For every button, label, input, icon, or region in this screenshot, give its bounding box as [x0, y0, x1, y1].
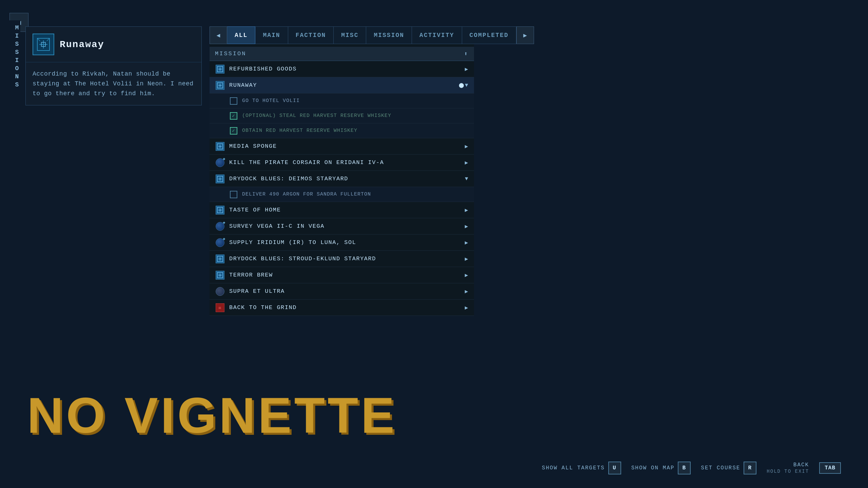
- cursor-indicator: ⬤: [459, 82, 465, 88]
- mission-icon-supra-et-ultra: [215, 286, 225, 297]
- mission-icon-terror-brew: [215, 270, 225, 280]
- mission-icon-refurbished-goods: [215, 64, 225, 74]
- mission-icon-drydock-deimos: [215, 174, 225, 184]
- mission-detail-icon: [33, 34, 54, 55]
- section-header-label: MISSION: [215, 50, 246, 57]
- show-on-map-key[interactable]: B: [678, 462, 691, 474]
- mission-label-supply-iridium: SUPPLY IRIDIUM (IR) TO LUNA, SOL: [229, 239, 465, 246]
- mission-row-kill-pirate[interactable]: + KILL THE PIRATE CORSAIR ON ERIDANI IV-…: [210, 155, 474, 171]
- mission-detail-header: Runaway: [26, 27, 201, 62]
- subtask-label-go-to-hotel: GO TO HOTEL VOLII: [242, 98, 300, 104]
- subtask-obtain-whiskey: OBTAIN RED HARVEST RESERVE WHISKEY: [210, 123, 474, 138]
- mission-arrow-back-to-grind: ▶: [465, 304, 469, 311]
- mission-label-drydock-stroud: DRYDOCK BLUES: STROUD-EKLUND STARYARD: [229, 256, 465, 262]
- mission-detail-title: Runaway: [60, 39, 104, 50]
- show-on-map-control: SHOW ON MAP B: [631, 462, 691, 474]
- subtask-go-to-hotel: GO TO HOTEL VOLII: [210, 94, 474, 108]
- section-header: MISSION ⬆: [210, 47, 474, 61]
- mission-label-supra-et-ultra: SUPRA ET ULTRA: [229, 288, 465, 294]
- tab-bar: ◀ ALL MAIN FACTION MISC MISSION ACTIVITY…: [210, 26, 474, 44]
- mission-icon-back-to-grind: ☠: [215, 303, 225, 313]
- mission-arrow-terror-brew: ▶: [465, 272, 469, 279]
- subtask-label-obtain-whiskey: OBTAIN RED HARVEST RESERVE WHISKEY: [242, 128, 357, 134]
- tab-prev-button[interactable]: ◀: [210, 26, 227, 44]
- mission-icon-media-sponge: [215, 141, 225, 151]
- mission-icon-kill-pirate: +: [215, 158, 225, 168]
- set-course-label: SET COURSE: [701, 465, 740, 471]
- mission-row-media-sponge[interactable]: MEDIA SPONGE ▶: [210, 138, 474, 155]
- mission-detail-panel: Runaway According to Rivkah, Natan shoul…: [25, 26, 202, 105]
- show-all-targets-label: SHOW ALL TARGETS: [542, 465, 605, 471]
- mission-icon-drydock-stroud: [215, 254, 225, 264]
- mission-arrow-runaway: ▼: [465, 82, 469, 88]
- subtask-steal-whiskey: (OPTIONAL) STEAL RED HARVEST RESERVE WHI…: [210, 108, 474, 123]
- back-control: BACK HOLD TO EXIT: [767, 462, 809, 474]
- set-course-key[interactable]: R: [744, 462, 756, 474]
- mission-label-media-sponge: MEDIA SPONGE: [229, 143, 465, 149]
- mission-row-taste-of-home[interactable]: TASTE OF HOME ▶: [210, 202, 474, 218]
- mission-arrow-kill-pirate: ▶: [465, 159, 469, 166]
- mission-label-drydock-deimos: DRYDOCK BLUES: DEIMOS STARYARD: [229, 176, 465, 182]
- tab-misc[interactable]: MISC: [334, 26, 366, 44]
- mission-label-taste-of-home: TASTE OF HOME: [229, 207, 465, 213]
- subtask-checkbox-steal-whiskey: [230, 112, 237, 120]
- missions-tab-label: MISSIONS: [9, 20, 20, 94]
- mission-label-back-to-grind: BACK TO THE GRIND: [229, 304, 465, 311]
- mission-row-survey-vega[interactable]: + SURVEY VEGA II-C IN VEGA ▶: [210, 218, 474, 235]
- tab-completed[interactable]: COMPLETED: [462, 26, 516, 44]
- mission-icon-supply-iridium: +: [215, 238, 225, 248]
- show-all-targets-control: SHOW ALL TARGETS U: [542, 462, 621, 474]
- back-label: BACK: [793, 462, 809, 468]
- mission-label-refurbished-goods: REFURBISHED GOODS: [229, 66, 465, 72]
- mission-label-survey-vega: SURVEY VEGA II-C IN VEGA: [229, 223, 465, 229]
- set-course-control: SET COURSE R: [701, 462, 756, 474]
- mission-detail-description: According to Rivkah, Natan should be sta…: [26, 62, 201, 105]
- section-header-icon: ⬆: [464, 50, 469, 57]
- mission-row-drydock-stroud[interactable]: DRYDOCK BLUES: STROUD-EKLUND STARYARD ▶: [210, 251, 474, 267]
- mission-label-runaway: RUNAWAY: [229, 82, 457, 88]
- mission-arrow-taste-of-home: ▶: [465, 207, 469, 214]
- mission-icon-survey-vega: +: [215, 221, 225, 231]
- show-on-map-label: SHOW ON MAP: [631, 465, 675, 471]
- subtask-deliver-argon: DELIVER 490 ARGON FOR SANDRA FULLERTON: [210, 187, 474, 202]
- mission-row-drydock-deimos[interactable]: DRYDOCK BLUES: DEIMOS STARYARD ▼: [210, 171, 474, 187]
- tab-mission[interactable]: MISSION: [366, 26, 412, 44]
- mission-arrow-supply-iridium: ▶: [465, 239, 469, 246]
- show-all-targets-key[interactable]: U: [608, 462, 621, 474]
- mission-row-supra-et-ultra[interactable]: SUPRA ET ULTRA ▶: [210, 283, 474, 300]
- bottom-controls: SHOW ALL TARGETS U SHOW ON MAP B SET COU…: [542, 462, 841, 474]
- tab-main[interactable]: MAIN: [255, 26, 288, 44]
- subtask-label-deliver-argon: DELIVER 490 ARGON FOR SANDRA FULLERTON: [242, 191, 371, 197]
- mission-arrow-media-sponge: ▶: [465, 143, 469, 150]
- subtask-label-steal-whiskey: (OPTIONAL) STEAL RED HARVEST RESERVE WHI…: [242, 113, 391, 119]
- mission-arrow-refurbished-goods: ▶: [465, 66, 469, 73]
- mission-arrow-survey-vega: ▶: [465, 223, 469, 230]
- mission-arrow-drydock-stroud: ▶: [465, 256, 469, 262]
- hold-to-exit-label: HOLD TO EXIT: [767, 469, 809, 474]
- mission-icon-runaway: [215, 80, 225, 90]
- subtask-checkbox-obtain-whiskey: [230, 127, 237, 135]
- mission-label-kill-pirate: KILL THE PIRATE CORSAIR ON ERIDANI IV-A: [229, 159, 465, 166]
- tab-all[interactable]: ALL: [227, 26, 255, 44]
- tab-next-button[interactable]: ▶: [516, 26, 534, 44]
- mission-arrow-drydock-deimos: ▼: [465, 176, 469, 182]
- subtask-checkbox-go-to-hotel: [230, 97, 237, 105]
- mission-row-terror-brew[interactable]: TERROR BREW ▶: [210, 267, 474, 283]
- mission-icon-taste-of-home: [215, 205, 225, 215]
- mission-list-panel: ◀ ALL MAIN FACTION MISC MISSION ACTIVITY…: [210, 26, 474, 316]
- mission-row-refurbished-goods[interactable]: REFURBISHED GOODS ▶: [210, 61, 474, 77]
- mission-arrow-supra-et-ultra: ▶: [465, 288, 469, 295]
- mission-row-runaway[interactable]: RUNAWAY ⬤ ▼: [210, 77, 474, 94]
- overlay-text: NO VIGNETTE: [27, 390, 397, 441]
- mission-label-terror-brew: TERROR BREW: [229, 272, 465, 278]
- mission-row-supply-iridium[interactable]: + SUPPLY IRIDIUM (IR) TO LUNA, SOL ▶: [210, 235, 474, 251]
- subtask-checkbox-deliver-argon: [230, 191, 237, 198]
- tab-key[interactable]: TAB: [819, 462, 841, 474]
- tab-activity[interactable]: ACTIVITY: [412, 26, 462, 44]
- mission-row-back-to-grind[interactable]: ☠ BACK TO THE GRIND ▶: [210, 300, 474, 316]
- tab-faction[interactable]: FACTION: [288, 26, 334, 44]
